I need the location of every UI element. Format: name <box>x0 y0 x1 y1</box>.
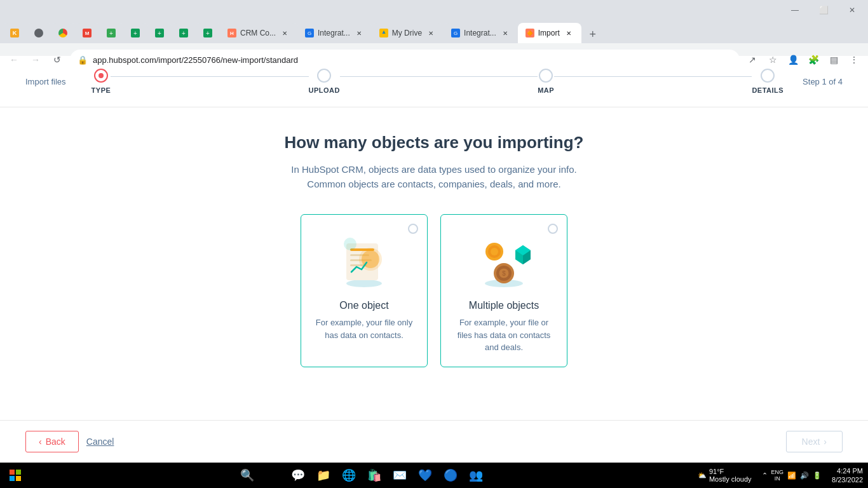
tab-favicon-5: + <box>107 29 116 37</box>
tab-6[interactable]: + <box>123 23 147 43</box>
weather-block: ⛅ 91°F Mostly cloudy <box>698 468 752 483</box>
tab-favicon-import: 🔶 <box>526 29 534 37</box>
tab-crm-close[interactable]: ✕ <box>280 28 290 38</box>
restore-btn[interactable]: ⬜ <box>811 3 836 18</box>
tab-integrat1-close[interactable]: ✕ <box>354 28 364 38</box>
mail-icon[interactable]: ✉️ <box>388 464 411 487</box>
step-circle-type <box>94 69 108 83</box>
radio-one-object[interactable] <box>408 224 418 234</box>
option-card-one-object[interactable]: One object For example, your file only h… <box>301 214 428 367</box>
tab-k[interactable]: K <box>3 23 27 43</box>
tab-favicon-7: + <box>155 29 164 37</box>
one-object-icon <box>332 227 396 291</box>
tab-favicon-integrat1: G <box>305 29 314 37</box>
svg-point-11 <box>344 238 356 250</box>
step-circle-upload <box>317 69 331 83</box>
tab-favicon-crm: H <box>227 29 236 37</box>
footer-left: ‹ Back Cancel <box>25 431 114 452</box>
app-content: Import files TYPE UPLOAD MAP <box>0 56 868 463</box>
tab-integrat2[interactable]: G Integrat... ✕ <box>444 23 518 43</box>
close-btn[interactable]: ✕ <box>841 3 863 18</box>
cancel-link[interactable]: Cancel <box>86 437 114 447</box>
widgets-icon[interactable]: ⊞ <box>261 464 284 487</box>
step-label-map: MAP <box>538 86 554 94</box>
step-circle-details <box>761 69 775 83</box>
tab-gmail[interactable]: M <box>75 23 99 43</box>
svg-text:$: $ <box>502 270 506 277</box>
tab-integrat1-title: Integrat... <box>318 29 350 37</box>
tab-import-close[interactable]: ✕ <box>564 28 574 38</box>
tab-favicon-integrat2: G <box>451 29 460 37</box>
tab-crm-title: CRM Co... <box>240 29 276 37</box>
tab-favicon-6: + <box>131 29 140 37</box>
tab-9[interactable]: + <box>196 23 220 43</box>
svg-point-3 <box>346 280 382 287</box>
new-tab-button[interactable]: + <box>584 25 602 43</box>
up-arrow-icon[interactable]: ⌃ <box>762 471 768 480</box>
step-label-details: DETAILS <box>752 86 783 94</box>
tab-integrat1[interactable]: G Integrat... ✕ <box>297 23 372 43</box>
tab-8[interactable]: + <box>172 23 196 43</box>
clock-time: 4:24 PM <box>832 466 863 475</box>
step-map[interactable]: MAP <box>538 69 554 94</box>
footer: ‹ Back Cancel Next › <box>0 420 868 463</box>
taskbar-icons: 🔍 ⊞ 💬 📁 🌐 🛍️ ✉️ 💙 🔵 👥 <box>29 464 694 487</box>
lang-indicator: ENG IN <box>771 469 784 482</box>
tab-integrat2-close[interactable]: ✕ <box>500 28 510 38</box>
step-indicator: Step 1 of 4 <box>803 77 843 86</box>
battery-icon: 🔋 <box>813 471 822 480</box>
title-bar: — ⬜ ✕ <box>0 0 868 20</box>
back-button[interactable]: ‹ Back <box>25 431 79 452</box>
progress-steps: TYPE UPLOAD MAP DETAILS <box>92 69 784 94</box>
step-details[interactable]: DETAILS <box>752 69 783 94</box>
tab-integrat2-title: Integrat... <box>464 29 496 37</box>
minimize-btn[interactable]: — <box>783 3 806 18</box>
taskbar: 🔍 ⊞ 💬 📁 🌐 🛍️ ✉️ 💙 🔵 👥 ⛅ 91°F Mostly clou… <box>0 463 868 488</box>
browser-chrome: — ⬜ ✕ K M + + + + <box>0 0 868 56</box>
search-taskbar-icon[interactable]: 🔍 <box>236 464 259 487</box>
next-button[interactable]: Next › <box>786 431 843 452</box>
weather-temp: 91°F <box>709 468 752 475</box>
tab-favicon-gmail: M <box>83 29 92 37</box>
volume-icon: 🔊 <box>800 471 809 480</box>
connector-2-3 <box>340 76 538 77</box>
step-label-upload: UPLOAD <box>309 86 340 94</box>
back-label: Back <box>46 437 65 447</box>
import-files-label: Import files <box>25 77 66 86</box>
options-row: One object For example, your file only h… <box>301 214 567 367</box>
explorer-icon[interactable]: 📁 <box>312 464 335 487</box>
tab-3[interactable] <box>51 23 75 43</box>
tab-5[interactable]: + <box>99 23 123 43</box>
svg-point-23 <box>491 248 498 255</box>
tab-favicon-2 <box>34 29 43 37</box>
next-arrow-icon: › <box>824 437 827 447</box>
people-icon[interactable]: 👥 <box>465 464 487 487</box>
multiple-objects-desc: For example, your file or files has data… <box>454 316 554 354</box>
chat-icon[interactable]: 💬 <box>287 464 309 487</box>
chrome-icon[interactable]: 🔵 <box>439 464 462 487</box>
weather-desc: Mostly cloudy <box>709 475 752 483</box>
tab-7[interactable]: + <box>147 23 172 43</box>
step-bar: Import files TYPE UPLOAD MAP <box>0 56 868 107</box>
tab-import-title: Import <box>538 29 560 37</box>
step-type[interactable]: TYPE <box>92 69 111 94</box>
store-icon[interactable]: 🛍️ <box>363 464 386 487</box>
start-button[interactable] <box>5 465 25 485</box>
step-circle-map <box>539 69 553 83</box>
skype-icon[interactable]: 💙 <box>414 464 437 487</box>
clock-date: 8/23/2022 <box>832 475 863 484</box>
edge-icon[interactable]: 🌐 <box>337 464 360 487</box>
tab-2[interactable] <box>27 23 51 43</box>
tab-import[interactable]: 🔶 Import ✕ <box>518 23 581 43</box>
tab-crm[interactable]: H CRM Co... ✕ <box>220 23 297 43</box>
tab-mydrive[interactable]: My Drive ✕ <box>372 23 444 43</box>
title-bar-controls: — ⬜ ✕ <box>783 3 863 18</box>
tab-mydrive-title: My Drive <box>392 29 422 37</box>
main-content: How many objects are you importing? In H… <box>0 107 868 420</box>
next-label: Next <box>802 437 820 447</box>
option-card-multiple-objects[interactable]: $ Multiple objects For example, your fil… <box>440 214 567 367</box>
step-upload[interactable]: UPLOAD <box>309 69 340 94</box>
radio-multiple-objects[interactable] <box>548 224 558 234</box>
svg-rect-24 <box>10 470 15 475</box>
tab-mydrive-close[interactable]: ✕ <box>426 28 436 38</box>
